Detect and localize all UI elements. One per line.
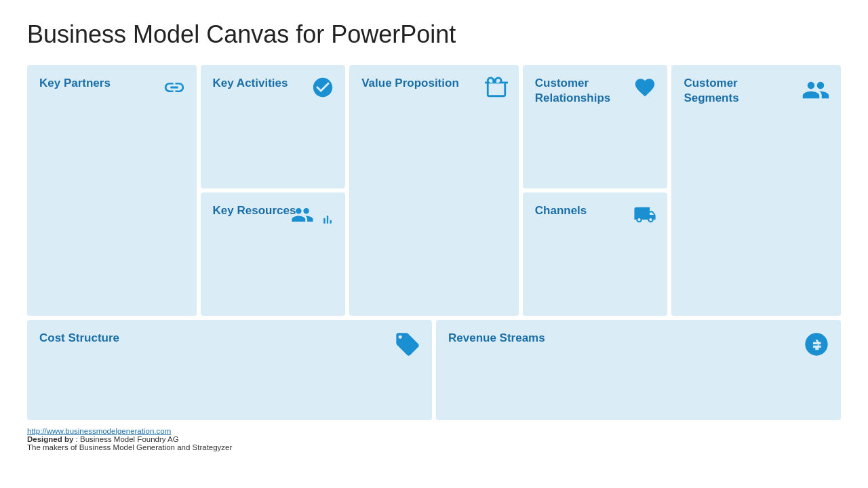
key-activities-column: Key Activities Key Resources xyxy=(201,65,346,316)
value-proposition-label: Value Proposition xyxy=(361,76,470,91)
group-icon xyxy=(802,76,830,109)
footer-tagline: The makers of Business Model Generation … xyxy=(27,443,841,451)
customer-rel-column: Customer Relationships Channels xyxy=(523,65,668,316)
main-rows: Key Partners Key Activities Key Resou xyxy=(27,65,841,316)
footer: http://www.businessmodelgeneration.com D… xyxy=(27,427,841,451)
truck-icon xyxy=(633,203,656,231)
heart-icon xyxy=(633,76,656,104)
resources-icon xyxy=(291,203,334,231)
channels-label: Channels xyxy=(535,203,625,218)
bottom-row: Cost Structure Revenue Streams xyxy=(27,320,841,420)
cost-structure-cell: Cost Structure xyxy=(27,320,432,420)
key-partners-cell: Key Partners xyxy=(27,65,197,316)
checkmark-circle-icon xyxy=(311,76,334,104)
money-bag-icon xyxy=(803,331,830,363)
customer-segments-label: Customer Segments xyxy=(684,76,792,106)
key-partners-label: Key Partners xyxy=(39,76,148,91)
footer-company: : Business Model Foundry AG xyxy=(76,435,179,443)
revenue-streams-cell: Revenue Streams xyxy=(436,320,841,420)
channels-cell: Channels xyxy=(523,192,668,316)
page-title: Business Model Canvas for PowerPoint xyxy=(27,20,841,49)
key-activities-cell: Key Activities xyxy=(201,65,346,188)
gift-icon xyxy=(485,76,508,104)
canvas-container: Key Partners Key Activities Key Resou xyxy=(27,65,841,420)
value-proposition-cell: Value Proposition xyxy=(349,65,519,316)
footer-url[interactable]: http://www.businessmodelgeneration.com xyxy=(27,427,171,435)
cost-structure-label: Cost Structure xyxy=(39,331,325,346)
customer-relationships-label: Customer Relationships xyxy=(535,76,625,106)
tag-icon xyxy=(394,331,421,363)
customer-segments-cell: Customer Segments xyxy=(671,65,841,316)
key-activities-label: Key Activities xyxy=(213,76,303,91)
footer-designed-by-label: Designed by xyxy=(27,435,73,443)
link-icon xyxy=(163,76,186,104)
key-resources-cell: Key Resources xyxy=(201,192,346,316)
key-resources-label: Key Resources xyxy=(213,203,303,218)
customer-relationships-cell: Customer Relationships xyxy=(523,65,668,188)
revenue-streams-label: Revenue Streams xyxy=(448,331,734,346)
